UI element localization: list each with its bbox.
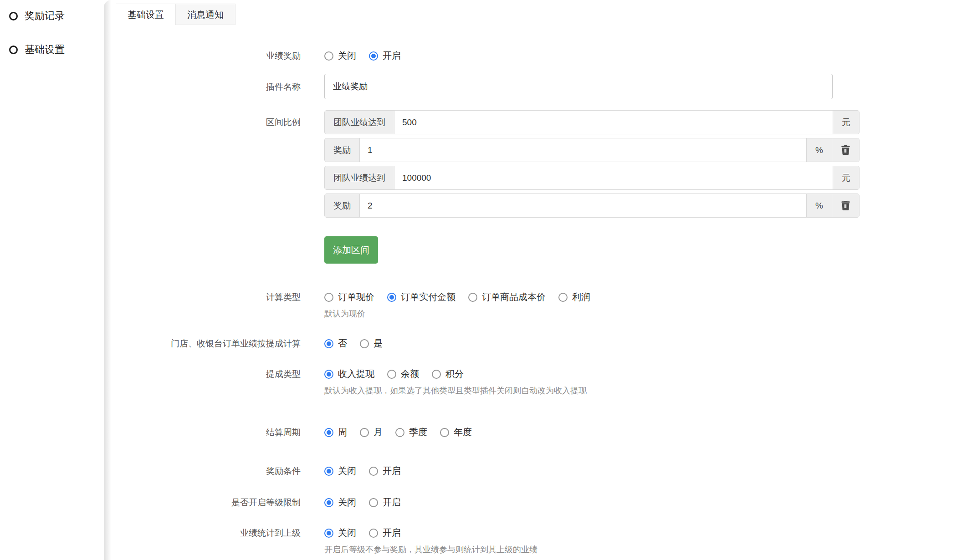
radio-calc-paid-amount[interactable]: 订单实付金额 xyxy=(387,291,455,303)
field-label: 业绩统计到上级 xyxy=(104,527,301,539)
radio-level-limit-off[interactable]: 关闭 xyxy=(324,496,356,509)
radio-store-commission-yes[interactable]: 是 xyxy=(360,337,383,350)
interval-row-2: 奖励 % xyxy=(324,138,860,162)
field-label: 区间比例 xyxy=(104,110,301,134)
interval-amount-input[interactable] xyxy=(394,166,833,189)
interval-amount-input[interactable] xyxy=(394,111,833,134)
row-settle-cycle: 结算周期 周 月 季度 年度 xyxy=(104,426,962,438)
radio-icon xyxy=(360,339,369,348)
radio-icon xyxy=(324,293,333,302)
radio-label: 关闭 xyxy=(338,465,356,477)
row-reward-condition: 奖励条件 关闭 开启 xyxy=(104,465,962,477)
trash-icon xyxy=(841,201,850,210)
field-hint: 默认为现价 xyxy=(324,308,603,319)
radio-calc-original-price[interactable]: 订单现价 xyxy=(324,291,374,303)
field-label: 奖励条件 xyxy=(104,465,301,477)
tab-basic-settings[interactable]: 基础设置 xyxy=(116,4,175,25)
addon-label: 奖励 xyxy=(325,138,360,162)
radio-icon xyxy=(324,467,333,476)
sidebar: 奖励记录 基础设置 xyxy=(0,0,104,560)
field-label: 是否开启等级限制 xyxy=(104,496,301,509)
interval-row-4: 奖励 % xyxy=(324,193,860,218)
interval-row-1: 团队业绩达到 元 xyxy=(324,110,860,134)
sidebar-item-basic-settings[interactable]: 基础设置 xyxy=(9,41,104,58)
radio-label: 关闭 xyxy=(338,50,356,62)
radio-performance-reward-on[interactable]: 开启 xyxy=(369,50,401,62)
radio-commission-points[interactable]: 积分 xyxy=(432,368,464,380)
radio-icon xyxy=(369,51,378,61)
sidebar-item-label: 基础设置 xyxy=(25,43,65,56)
tab-message-notify[interactable]: 消息通知 xyxy=(175,4,235,25)
field-label: 结算周期 xyxy=(104,426,301,438)
radio-stats-to-parent-off[interactable]: 关闭 xyxy=(324,527,356,539)
row-level-limit: 是否开启等级限制 关闭 开启 xyxy=(104,496,962,509)
row-stats-to-parent: 业绩统计到上级 关闭 开启 开启后等级不参与奖励，其业绩参与则统计到其上级的业绩 xyxy=(104,527,962,555)
radio-store-commission-no[interactable]: 否 xyxy=(324,337,347,350)
delete-interval-button[interactable] xyxy=(832,138,859,162)
radio-commission-income-withdraw[interactable]: 收入提现 xyxy=(324,368,374,380)
plugin-name-input[interactable] xyxy=(324,74,833,99)
field-label: 提成类型 xyxy=(104,368,301,380)
radio-reward-condition-off[interactable]: 关闭 xyxy=(324,465,356,477)
settings-form: 业绩奖励 关闭 开启 插件名称 xyxy=(104,50,962,555)
radio-icon xyxy=(324,339,333,348)
radio-cycle-quarter[interactable]: 季度 xyxy=(395,426,427,438)
radio-cycle-week[interactable]: 周 xyxy=(324,426,347,438)
sidebar-item-reward-records[interactable]: 奖励记录 xyxy=(9,7,104,25)
addon-label: 奖励 xyxy=(325,194,360,217)
radio-label: 收入提现 xyxy=(338,368,374,380)
main-content: 基础设置 消息通知 业绩奖励 关闭 开启 xyxy=(104,0,962,560)
circle-icon xyxy=(9,46,18,54)
radio-label: 开启 xyxy=(383,527,401,539)
radio-cycle-month[interactable]: 月 xyxy=(360,426,383,438)
radio-icon xyxy=(387,293,396,302)
radio-label: 否 xyxy=(338,337,347,350)
sidebar-item-label: 奖励记录 xyxy=(25,9,65,23)
radio-icon xyxy=(360,428,369,437)
reward-percent-input[interactable] xyxy=(360,194,806,217)
field-hint: 开启后等级不参与奖励，其业绩参与则统计到其上级的业绩 xyxy=(324,544,537,555)
radio-icon xyxy=(369,529,378,538)
reward-percent-input[interactable] xyxy=(360,138,806,162)
delete-interval-button[interactable] xyxy=(832,194,859,217)
radio-icon xyxy=(369,467,378,476)
radio-label: 利润 xyxy=(572,291,590,303)
page: 奖励记录 基础设置 基础设置 消息通知 业绩奖励 关闭 xyxy=(0,0,962,560)
radio-label: 订单现价 xyxy=(338,291,374,303)
add-interval-button[interactable]: 添加区间 xyxy=(324,236,378,264)
radio-icon xyxy=(324,428,333,437)
row-performance-reward: 业绩奖励 关闭 开启 xyxy=(104,50,962,62)
radio-level-limit-on[interactable]: 开启 xyxy=(369,496,401,509)
field-hint: 默认为收入提现，如果选了其他类型且类型插件关闭则自动改为收入提现 xyxy=(324,385,587,396)
radio-calc-profit[interactable]: 利润 xyxy=(558,291,590,303)
radio-label: 关闭 xyxy=(338,527,356,539)
field-label: 计算类型 xyxy=(104,291,301,303)
addon-label: 团队业绩达到 xyxy=(325,111,394,134)
field-label: 插件名称 xyxy=(104,81,301,93)
radio-label: 周 xyxy=(338,426,347,438)
radio-icon xyxy=(324,51,333,61)
addon-unit: % xyxy=(806,138,832,162)
radio-label: 订单商品成本价 xyxy=(482,291,546,303)
radio-label: 年度 xyxy=(454,426,472,438)
radio-icon xyxy=(395,428,404,437)
radio-reward-condition-on[interactable]: 开启 xyxy=(369,465,401,477)
radio-icon xyxy=(440,428,449,437)
radio-icon xyxy=(324,370,333,379)
interval-row-3: 团队业绩达到 元 xyxy=(324,166,860,190)
radio-label: 月 xyxy=(374,426,383,438)
row-commission-type: 提成类型 收入提现 余额 积分 xyxy=(104,368,962,396)
radio-label: 积分 xyxy=(445,368,464,380)
radio-icon xyxy=(558,293,568,302)
circle-icon xyxy=(9,12,18,20)
radio-calc-cost-price[interactable]: 订单商品成本价 xyxy=(468,291,546,303)
radio-stats-to-parent-on[interactable]: 开启 xyxy=(369,527,401,539)
radio-icon xyxy=(387,370,396,379)
trash-icon xyxy=(841,145,850,155)
radio-cycle-year[interactable]: 年度 xyxy=(440,426,472,438)
radio-icon xyxy=(324,498,333,507)
radio-performance-reward-off[interactable]: 关闭 xyxy=(324,50,356,62)
radio-commission-balance[interactable]: 余额 xyxy=(387,368,419,380)
addon-unit: % xyxy=(806,194,832,217)
radio-icon xyxy=(468,293,477,302)
